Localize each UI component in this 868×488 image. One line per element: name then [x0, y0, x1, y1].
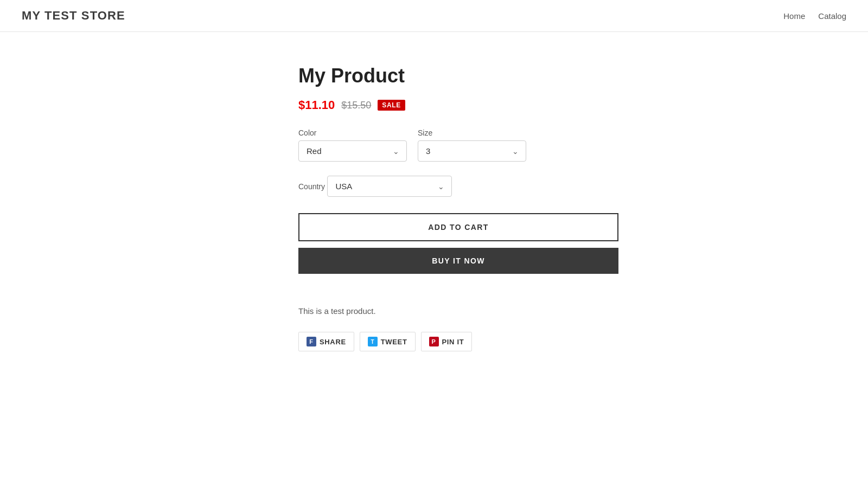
country-select-wrapper: USA Canada UK Australia ⌄	[327, 176, 452, 197]
twitter-share-button[interactable]: t TWEET	[360, 332, 416, 351]
social-share-row: f SHARE t TWEET P PIN IT	[298, 332, 656, 351]
pinterest-icon: P	[429, 337, 439, 346]
nav-home[interactable]: Home	[783, 11, 805, 21]
options-grid: Color Red Blue Green Black ⌄ Size 1 2 3 …	[298, 129, 656, 162]
size-select[interactable]: 1 2 3 4 5	[418, 140, 526, 162]
twitter-icon: t	[368, 337, 378, 346]
size-option-group: Size 1 2 3 4 5 ⌄	[418, 129, 526, 162]
product-title: My Product	[298, 65, 656, 87]
store-title: MY TEST STORE	[22, 9, 125, 23]
facebook-icon: f	[307, 337, 316, 346]
product-page: My Product $11.10 $15.50 SALE Color Red …	[190, 32, 678, 384]
product-description: This is a test product.	[298, 306, 656, 316]
sale-badge: SALE	[378, 100, 405, 111]
facebook-share-button[interactable]: f SHARE	[298, 332, 354, 351]
original-price: $15.50	[341, 100, 371, 111]
country-label: Country	[298, 182, 325, 191]
color-select[interactable]: Red Blue Green Black	[298, 140, 407, 162]
pinterest-share-label: PIN IT	[442, 338, 464, 346]
color-label: Color	[298, 129, 407, 137]
site-header: MY TEST STORE Home Catalog	[0, 0, 868, 32]
country-option-group: Country USA Canada UK Australia ⌄	[298, 172, 656, 197]
color-select-wrapper: Red Blue Green Black ⌄	[298, 140, 407, 162]
size-select-wrapper: 1 2 3 4 5 ⌄	[418, 140, 526, 162]
buy-it-now-button[interactable]: BUY IT NOW	[298, 248, 618, 274]
sale-price: $11.10	[298, 98, 335, 112]
add-to-cart-button[interactable]: ADD TO CART	[298, 213, 618, 241]
facebook-share-label: SHARE	[320, 338, 346, 346]
country-select[interactable]: USA Canada UK Australia	[327, 176, 452, 197]
nav-catalog[interactable]: Catalog	[818, 11, 846, 21]
twitter-share-label: TWEET	[381, 338, 407, 346]
main-nav: Home Catalog	[783, 11, 846, 21]
pinterest-share-button[interactable]: P PIN IT	[421, 332, 473, 351]
price-row: $11.10 $15.50 SALE	[298, 98, 656, 112]
size-label: Size	[418, 129, 526, 137]
color-option-group: Color Red Blue Green Black ⌄	[298, 129, 407, 162]
